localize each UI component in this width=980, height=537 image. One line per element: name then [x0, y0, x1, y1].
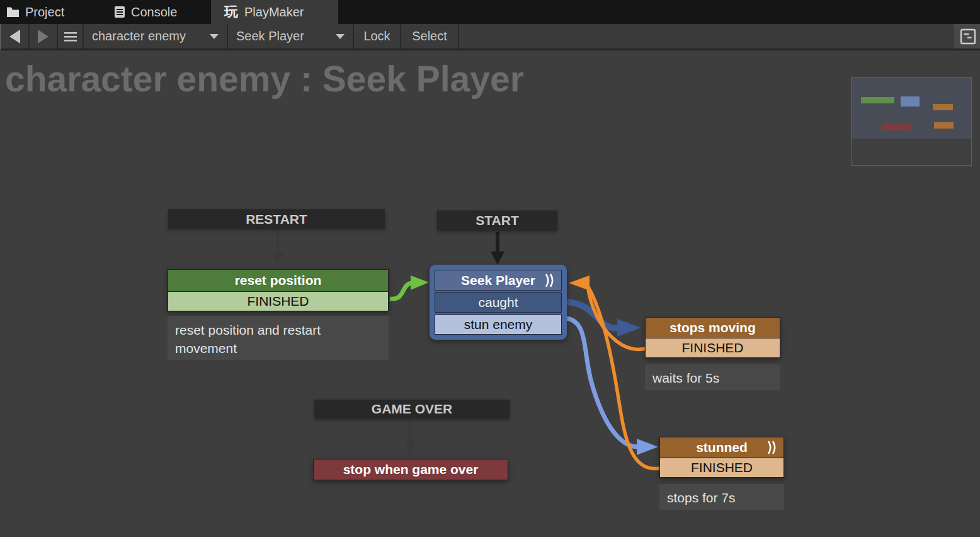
back-icon: [9, 30, 20, 43]
minimap-node-blip: [882, 124, 911, 130]
state-comment-stops-moving: waits for 5s: [645, 364, 780, 390]
playmaker-toolbar: character enemy Seek Player Lock Select: [0, 24, 980, 50]
minimap-viewport[interactable]: [852, 78, 971, 139]
arrowhead-restart: [271, 251, 285, 265]
editor-tab-bar: Project Console 玩 PlayMaker: [0, 0, 980, 24]
state-reset-position-title[interactable]: reset position: [168, 269, 389, 292]
canvas-title: character enemy : Seek Player: [5, 58, 524, 100]
arrowhead-start: [491, 251, 504, 265]
transition-caught[interactable]: caught: [435, 292, 562, 313]
hamburger-icon: [64, 32, 77, 42]
arrow-stops-moving-to-seek: [588, 286, 645, 349]
arrowhead-game-over: [404, 439, 416, 456]
fsm-selector-dropdown[interactable]: character enemy: [84, 24, 228, 49]
state-stops-moving[interactable]: stops moving FINISHED: [645, 317, 780, 358]
chevron-down-icon: [336, 34, 345, 39]
fsm-selector-value: character enemy: [92, 29, 186, 43]
state-seek-player[interactable]: Seek Player caught stun enemy: [430, 265, 567, 340]
minimap-node-blip: [934, 122, 954, 129]
lock-button[interactable]: Lock: [354, 24, 401, 49]
state-selector-dropdown[interactable]: Seek Player: [228, 24, 354, 49]
transition-finished[interactable]: FINISHED: [168, 292, 389, 311]
arrow-stun-to-stunned: [566, 318, 638, 447]
state-seek-player-title: Seek Player: [461, 273, 535, 288]
forward-icon: [38, 30, 48, 43]
arrow-finished-to-seek: [390, 283, 412, 299]
audio-playing-icon: [767, 441, 778, 455]
window-settings-icon: [960, 28, 976, 45]
playmaker-icon: 玩: [224, 3, 238, 21]
select-button[interactable]: Select: [401, 24, 459, 49]
menu-button[interactable]: [58, 24, 84, 49]
lock-button-label: Lock: [363, 29, 390, 43]
arrowhead-caught-to-stops-moving: [617, 319, 641, 337]
arrow-caught-to-stops-moving: [566, 302, 620, 328]
state-stunned[interactable]: stunned FINISHED: [659, 437, 784, 478]
transition-finished[interactable]: FINISHED: [659, 458, 784, 478]
state-stunned-header[interactable]: stunned: [659, 437, 784, 458]
state-stop-when-game-over-title[interactable]: stop when game over: [313, 459, 508, 480]
console-icon: [115, 6, 125, 18]
minimap-node-blip: [933, 104, 953, 110]
global-transition-restart[interactable]: RESTART: [168, 209, 385, 229]
state-seek-player-header[interactable]: Seek Player: [435, 270, 562, 291]
state-stunned-title: stunned: [696, 440, 748, 455]
state-selector-value: Seek Player: [236, 29, 304, 43]
chevron-down-icon: [210, 34, 219, 39]
graph-canvas[interactable]: character enemy : Seek Player RESTART ST…: [0, 50, 980, 537]
settings-button[interactable]: [954, 24, 980, 49]
folder-icon: [7, 7, 19, 17]
tab-project[interactable]: Project: [0, 0, 94, 24]
tab-console[interactable]: Console: [101, 0, 202, 24]
minimap-node-blip: [901, 96, 920, 107]
state-stop-when-game-over[interactable]: stop when game over: [313, 459, 508, 480]
select-button-label: Select: [412, 29, 447, 43]
back-button[interactable]: [1, 24, 30, 49]
audio-playing-icon: [545, 273, 556, 287]
state-reset-position[interactable]: reset position FINISHED: [168, 269, 389, 311]
tab-playmaker[interactable]: 玩 PlayMaker: [211, 0, 338, 24]
arrowhead-finished-to-seek: [411, 275, 429, 290]
transition-stun-enemy[interactable]: stun enemy: [435, 315, 562, 335]
state-stops-moving-title[interactable]: stops moving: [645, 317, 780, 338]
tab-playmaker-label: PlayMaker: [244, 5, 304, 20]
transition-finished[interactable]: FINISHED: [645, 338, 780, 358]
tab-console-label: Console: [131, 5, 177, 20]
global-transition-start[interactable]: START: [437, 211, 557, 231]
minimap[interactable]: [851, 77, 972, 166]
arrowhead-orange-to-seek: [569, 275, 590, 291]
state-comment-stunned: stops for 7s: [659, 484, 784, 510]
arrowhead-stun-to-stunned: [637, 439, 658, 455]
forward-button[interactable]: [30, 24, 58, 49]
state-comment-reset-position: reset position and restart movement: [168, 316, 389, 360]
minimap-node-blip: [861, 97, 894, 103]
global-transition-game-over[interactable]: GAME OVER: [314, 400, 510, 419]
tab-project-label: Project: [25, 5, 64, 20]
